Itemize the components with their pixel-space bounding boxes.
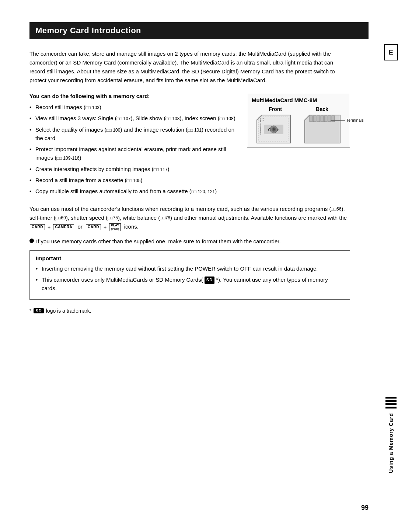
main-content: The camcorder can take, store and manage…	[29, 49, 369, 314]
plus-sign-1: +	[48, 224, 50, 230]
svg-text:MultiMediaCard: MultiMediaCard	[259, 119, 262, 135]
svg-point-8	[260, 120, 261, 121]
page-ref: □□ 103	[85, 105, 100, 110]
sidebar-vertical-text: Using a Memory Card	[388, 413, 394, 473]
list-item: Protect important images against acciden…	[29, 145, 236, 162]
sidebar-lines	[385, 397, 397, 408]
mmc-info-box: MultiMediaCard MMC-8M Front Back	[247, 93, 350, 148]
sd-logo-footnote: SD	[34, 308, 43, 313]
mmc-card-box: MultiMediaCard MMC-8M Front Back	[247, 93, 350, 198]
sidebar-line	[385, 400, 397, 402]
page-ref: □□ 109-116	[57, 156, 80, 161]
sidebar-line	[385, 397, 397, 399]
plus-sign-2: +	[104, 224, 107, 230]
page-ref: □□ 108	[220, 116, 234, 121]
important-item-1: Inserting or removing the memory card wi…	[36, 264, 344, 273]
card-icon-badge-2: CARD	[86, 224, 101, 230]
front-label: Front	[269, 106, 282, 112]
important-title: Important	[36, 255, 344, 261]
svg-rect-15	[310, 116, 313, 122]
svg-rect-19	[324, 116, 327, 122]
terminals-label: Terminals	[331, 118, 364, 122]
important-item-2: This camcorder uses only MultiMediaCards…	[36, 275, 344, 293]
list-item: Copy multiple still images automatically…	[29, 187, 236, 195]
card-front-image: Canon MultiMediaCard	[256, 114, 291, 144]
list-item: Record still images (□□ 103)	[29, 103, 236, 111]
circle-bullet-line: If you use memory cards other than the s…	[29, 237, 350, 246]
page-ref: □□ 101	[188, 127, 202, 132]
svg-point-6	[262, 118, 262, 119]
left-column: You can do the following with a memory c…	[29, 93, 236, 198]
or-text: or	[77, 223, 82, 230]
page-number: 99	[361, 504, 369, 512]
list-item: Select the quality of images (□□ 100) an…	[29, 125, 236, 143]
card-icon-badge-1: CARD	[30, 224, 45, 230]
list-item: View still images 3 ways: Single (□□ 107…	[29, 114, 236, 122]
important-box: Important Inserting or removing the memo…	[29, 250, 350, 300]
page-ref: □□ 108	[166, 116, 180, 121]
intro-paragraph: The camcorder can take, store and manage…	[29, 49, 350, 85]
footnote: * SD logo is a trademark.	[29, 308, 350, 314]
sidebar-tab-e: E	[384, 44, 398, 60]
camera-icon-badge: CAMERA	[53, 224, 74, 230]
svg-point-5	[260, 118, 261, 119]
card-back-image: Terminals	[304, 114, 341, 144]
page-ref: □□ 120, 121	[191, 189, 215, 194]
page-ref: □□ 107	[117, 116, 131, 121]
sidebar-vertical: Using a Memory Card	[384, 397, 398, 473]
page-ref: □□ 100	[107, 127, 121, 132]
svg-point-7	[263, 118, 264, 119]
sd-logo: SD	[205, 277, 214, 284]
mmc-card-images: Canon MultiMediaCard	[252, 114, 345, 144]
svg-rect-18	[321, 116, 324, 122]
section-heading: You can do the following with a memory c…	[29, 93, 236, 99]
svg-point-10	[263, 120, 264, 121]
svg-rect-17	[317, 116, 320, 122]
mmc-title: MultiMediaCard MMC-8M	[252, 97, 345, 103]
circle-bullet-icon	[29, 239, 34, 243]
page-ref: □□ 105	[127, 178, 141, 183]
svg-point-13	[273, 128, 275, 131]
back-label: Back	[316, 106, 328, 112]
play-icon-badge: PLAY (VCR)	[109, 223, 121, 231]
list-item: Create interesting effects by combining …	[29, 165, 236, 173]
list-item: Record a still image from a cassette (□□…	[29, 176, 236, 184]
svg-rect-16	[313, 116, 316, 122]
mmc-labels: Front Back	[252, 106, 345, 112]
page-ref: □□ 117	[154, 167, 168, 172]
two-column-section: You can do the following with a memory c…	[29, 93, 350, 198]
page-title: Memory Card Introduction	[29, 22, 369, 39]
body-paragraph: You can use most of the camcorder's func…	[29, 205, 350, 231]
feature-list: Record still images (□□ 103) View still …	[29, 103, 236, 195]
page: E Using a Memory Card Memory Card Introd…	[0, 0, 398, 532]
icons-suffix: icons.	[124, 223, 139, 230]
important-list: Inserting or removing the memory card wi…	[36, 264, 344, 293]
svg-point-9	[262, 120, 262, 121]
sidebar-line	[385, 407, 397, 408]
sidebar-line	[385, 403, 397, 405]
